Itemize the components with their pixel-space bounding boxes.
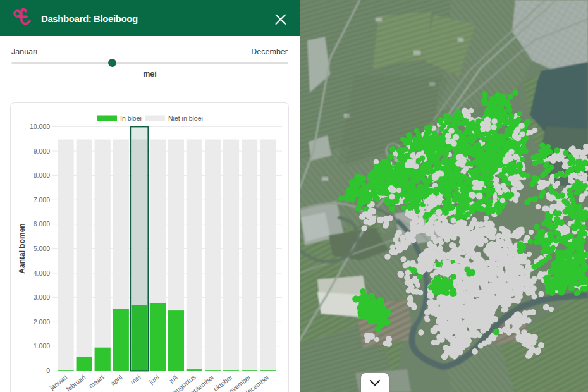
svg-text:0: 0 xyxy=(46,367,50,374)
svg-text:6.000: 6.000 xyxy=(34,220,50,228)
svg-text:1.000: 1.000 xyxy=(34,342,50,350)
svg-text:10.000: 10.000 xyxy=(30,123,50,130)
svg-text:8.000: 8.000 xyxy=(34,171,50,179)
svg-text:9.000: 9.000 xyxy=(34,147,50,155)
svg-text:3.000: 3.000 xyxy=(34,293,50,301)
svg-text:7.000: 7.000 xyxy=(34,196,50,204)
svg-text:5.000: 5.000 xyxy=(34,245,50,252)
svg-text:Niet in bloei: Niet in bloei xyxy=(168,114,203,122)
svg-text:2.000: 2.000 xyxy=(34,318,50,326)
svg-text:Aantal bomen: Aantal bomen xyxy=(18,223,27,273)
svg-text:4.000: 4.000 xyxy=(34,269,50,277)
svg-text:In bloei: In bloei xyxy=(120,114,142,122)
